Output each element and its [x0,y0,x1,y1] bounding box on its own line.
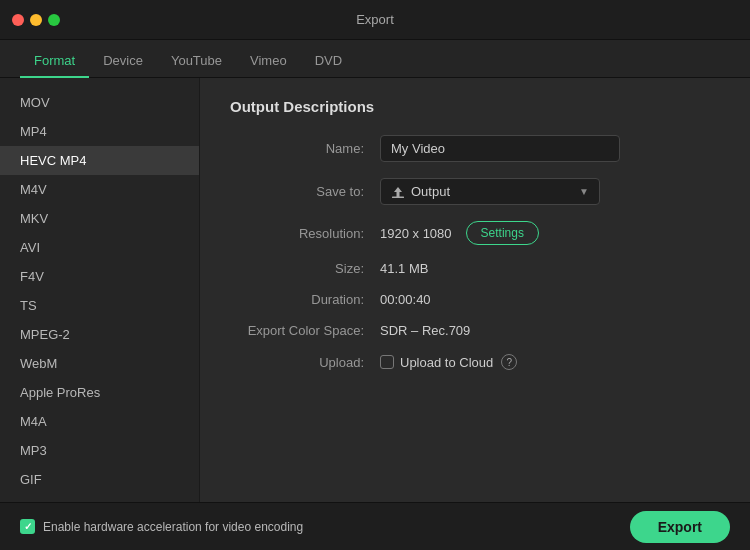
format-sidebar: MOV MP4 HEVC MP4 M4V MKV AVI F4V TS MPEG… [0,78,200,502]
resolution-value: 1920 x 1080 [380,226,452,241]
sidebar-item-gif[interactable]: GIF [0,465,199,494]
window-title: Export [356,12,394,27]
hw-accel-checkbox-row[interactable]: ✓ Enable hardware acceleration for video… [20,519,303,534]
sidebar-item-m4a[interactable]: M4A [0,407,199,436]
tab-format[interactable]: Format [20,45,89,78]
svg-rect-0 [392,196,404,198]
checkbox-box [380,355,394,369]
minimize-button[interactable] [30,14,42,26]
save-to-row: Save to: Output ▼ [230,178,720,205]
sidebar-item-ts[interactable]: TS [0,291,199,320]
sidebar-item-mp4[interactable]: MP4 [0,117,199,146]
sidebar-item-m4v[interactable]: M4V [0,175,199,204]
sidebar-item-avi[interactable]: AVI [0,233,199,262]
title-bar: Export [0,0,750,40]
hw-accel-label: Enable hardware acceleration for video e… [43,520,303,534]
upload-cloud-checkbox[interactable]: Upload to Cloud [380,355,493,370]
section-title: Output Descriptions [230,98,720,115]
tab-dvd[interactable]: DVD [301,45,356,78]
tab-youtube[interactable]: YouTube [157,45,236,78]
name-input[interactable] [380,135,620,162]
sidebar-item-av1[interactable]: AV1 [0,494,199,502]
hw-accel-checkbox: ✓ [20,519,35,534]
resolution-label: Resolution: [230,226,380,241]
upload-cloud-label: Upload to Cloud [400,355,493,370]
sidebar-item-hevc-mp4[interactable]: HEVC MP4 [0,146,199,175]
main-layout: MOV MP4 HEVC MP4 M4V MKV AVI F4V TS MPEG… [0,78,750,502]
close-button[interactable] [12,14,24,26]
save-to-label: Save to: [230,184,380,199]
sidebar-item-mov[interactable]: MOV [0,88,199,117]
tab-device[interactable]: Device [89,45,157,78]
sidebar-item-apple-prores[interactable]: Apple ProRes [0,378,199,407]
duration-row: Duration: 00:00:40 [230,292,720,307]
sidebar-item-f4v[interactable]: F4V [0,262,199,291]
output-icon [391,185,405,199]
size-value: 41.1 MB [380,261,428,276]
sidebar-item-mkv[interactable]: MKV [0,204,199,233]
chevron-down-icon: ▼ [579,186,589,197]
name-row: Name: [230,135,720,162]
tab-bar: Format Device YouTube Vimeo DVD [0,40,750,78]
duration-label: Duration: [230,292,380,307]
tab-vimeo[interactable]: Vimeo [236,45,301,78]
upload-row: Upload: Upload to Cloud ? [230,354,720,370]
settings-button[interactable]: Settings [466,221,539,245]
save-to-select[interactable]: Output ▼ [380,178,600,205]
window-controls [12,14,60,26]
bottom-bar: ✓ Enable hardware acceleration for video… [0,502,750,550]
size-row: Size: 41.1 MB [230,261,720,276]
sidebar-item-webm[interactable]: WebM [0,349,199,378]
name-label: Name: [230,141,380,156]
duration-value: 00:00:40 [380,292,431,307]
color-space-row: Export Color Space: SDR – Rec.709 [230,323,720,338]
sidebar-item-mpeg2[interactable]: MPEG-2 [0,320,199,349]
resolution-row: Resolution: 1920 x 1080 Settings [230,221,720,245]
sidebar-item-mp3[interactable]: MP3 [0,436,199,465]
content-area: Output Descriptions Name: Save to: Outpu… [200,78,750,502]
maximize-button[interactable] [48,14,60,26]
size-label: Size: [230,261,380,276]
color-space-value: SDR – Rec.709 [380,323,470,338]
upload-label: Upload: [230,355,380,370]
color-space-label: Export Color Space: [230,323,380,338]
export-button[interactable]: Export [630,511,730,543]
help-icon[interactable]: ? [501,354,517,370]
